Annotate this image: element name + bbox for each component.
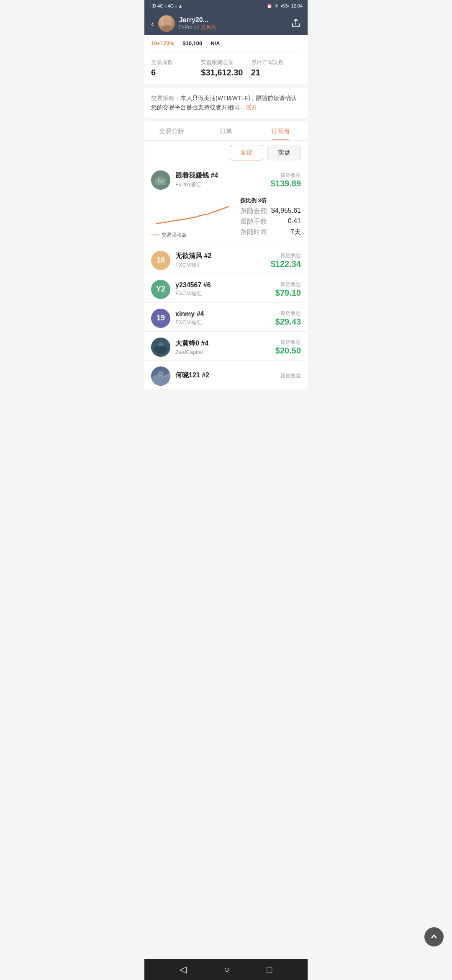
sub-avatar-5 — [151, 338, 170, 357]
chart-stats-1: 按比例 3倍 跟随金额 $4,955.61 跟随手数 0.41 跟随时间 7天 — [240, 197, 301, 238]
back-button[interactable]: ‹ — [151, 19, 154, 28]
tab-subscribers-label: 订阅者 — [271, 127, 290, 134]
list-item: 18 无欲清风 #2 FXCM福汇 跟随收益 $122.34 — [144, 245, 308, 274]
tabs-section: 交易分析 订单 订阅者 — [144, 121, 308, 141]
subscriber-header-3[interactable]: Y2 y234567 #6 FXCM福汇 跟随收益 $79.10 — [144, 274, 308, 302]
follow-hands-val: 0.41 — [288, 217, 301, 226]
filter-all-button[interactable]: 全部 — [230, 145, 263, 160]
earnings-label-3: 跟随收益 — [275, 281, 301, 288]
sub-avatar-3: Y2 — [151, 280, 170, 299]
subscriber-list: M 跟着我赚钱 #4 FxPro浦汇 跟随收益 $139.89 — [144, 165, 308, 389]
follow-hands-label: 跟随手数 — [240, 217, 267, 226]
earnings-chart — [151, 196, 234, 230]
sub-earnings-4: 跟随收益 $29.43 — [275, 310, 301, 327]
status-time: 12:04 — [291, 3, 303, 8]
subscriber-header-2[interactable]: 18 无欲清风 #2 FXCM福汇 跟随收益 $122.34 — [144, 245, 308, 273]
follow-hands-row: 跟随手数 0.41 — [240, 217, 301, 226]
sub-name-5: 大黄蜂0 #4 — [175, 339, 275, 348]
list-item: 大黄蜂0 #4 ZealCapital 跟随收益 $20.50 — [144, 332, 308, 361]
ratio-label: 按比例 3倍 — [240, 197, 301, 204]
svg-point-1 — [162, 25, 172, 32]
stats-row-main: 交易周数 6 实盘跟随总额 $31,612.30 累计订阅次数 21 — [151, 59, 301, 77]
header-username: Jerry20... — [179, 16, 216, 24]
share-button[interactable] — [291, 18, 301, 28]
subscriber-header-4[interactable]: 19 xinmy #4 FXCM福汇 跟随收益 $29.43 — [144, 303, 308, 331]
earnings-label-6: 跟随收益 — [281, 372, 301, 379]
svg-point-11 — [158, 371, 164, 377]
tab-orders[interactable]: 订单 — [199, 121, 253, 140]
sub-broker-3: FXCM福汇 — [175, 290, 275, 297]
strategy-label: 交易策略： — [151, 95, 180, 101]
sub-earnings-3: 跟随收益 $79.10 — [275, 281, 301, 298]
header: ‹ Jerry20... FxPro #3 交易员 — [144, 12, 308, 35]
subscriber-header-5[interactable]: 大黄蜂0 #4 ZealCapital 跟随收益 $20.50 — [144, 332, 308, 360]
stat-sub-count: 累计订阅次数 21 — [251, 59, 301, 77]
list-item: 何晓121 #2 跟随收益 — [144, 361, 308, 389]
earnings-label-5: 跟随收益 — [275, 339, 301, 346]
status-right: ⏰ ✳ ▪63▪ 12:04 — [267, 3, 303, 9]
stat-total-follow-label: 实盘跟随总额 — [201, 59, 251, 66]
stats-row-top: 10+170% $10,100 N/A — [151, 40, 301, 52]
sub-name-6: 何晓121 #2 — [175, 371, 281, 380]
strategy-section: 交易策略：本人只做美油(WTI&WTI.F)，跟随前烦请确认您的交易平台是否支持… — [144, 88, 308, 118]
stat-na-value: N/A — [211, 40, 220, 46]
follow-amount-val: $4,955.61 — [271, 207, 301, 216]
avatar-num-4: 19 — [157, 314, 165, 322]
sub-name-2: 无欲清风 #2 — [175, 252, 271, 260]
stat-amount-value: $10,100 — [182, 40, 202, 46]
header-role: 交易员 — [201, 24, 216, 30]
tab-subscribers[interactable]: 订阅者 — [253, 121, 308, 140]
earnings-value-1: $139.89 — [271, 179, 301, 188]
earnings-label-4: 跟随收益 — [275, 310, 301, 317]
sub-earnings-6: 跟随收益 — [281, 372, 301, 379]
avatar-image — [158, 15, 175, 32]
follow-amount-label: 跟随金额 — [240, 207, 267, 216]
stat-weeks-label: 交易周数 — [151, 59, 201, 66]
sub-avatar-4: 19 — [151, 309, 170, 328]
stat-na: N/A — [211, 40, 220, 46]
follow-amount-row: 跟随金额 $4,955.61 — [240, 207, 301, 216]
follow-days-label: 跟随时间 — [240, 228, 267, 237]
sub-broker-1: FxPro浦汇 — [175, 181, 271, 188]
list-item: Y2 y234567 #6 FXCM福汇 跟随收益 $79.10 — [144, 274, 308, 303]
earnings-value-5: $20.50 — [275, 346, 301, 356]
subscriber-header-6[interactable]: 何晓121 #2 跟随收益 — [144, 361, 308, 389]
tab-analysis-label: 交易分析 — [159, 127, 184, 134]
chart-legend-label: 交易员收益 — [162, 232, 187, 239]
list-item: M 跟着我赚钱 #4 FxPro浦汇 跟随收益 $139.89 — [144, 165, 308, 245]
sub-broker-5: ZealCapital — [175, 349, 275, 355]
header-left: ‹ Jerry20... FxPro #3 交易员 — [151, 15, 216, 32]
sub-info-6: 何晓121 #2 — [175, 371, 281, 381]
stat-weeks: 交易周数 6 — [151, 59, 201, 77]
sub-info-2: 无欲清风 #2 FXCM福汇 — [175, 252, 271, 269]
filter-section: 全部 实盘 — [144, 141, 308, 165]
header-platform: FxPro — [179, 24, 193, 30]
sub-info-5: 大黄蜂0 #4 ZealCapital — [175, 339, 275, 355]
battery-icon: ▪63▪ — [280, 3, 289, 8]
earnings-value-2: $122.34 — [271, 259, 301, 269]
sub-name-1: 跟着我赚钱 #4 — [175, 171, 271, 180]
stats-section: 10+170% $10,100 N/A 交易周数 6 实盘跟随总额 $31,61… — [144, 35, 308, 84]
avatar — [158, 15, 175, 32]
sub-info-3: y234567 #6 FXCM福汇 — [175, 281, 275, 297]
strategy-expand-button[interactable]: 展开 — [246, 104, 257, 111]
svg-rect-5 — [155, 179, 166, 185]
sub-avatar-2: 18 — [151, 251, 170, 270]
follow-days-row: 跟随时间 7天 — [240, 228, 301, 237]
earnings-value-4: $29.43 — [275, 317, 301, 327]
status-signal: 4G ᵢₗ 4G ᵢₗ — [157, 3, 177, 9]
status-wifi: ▲ — [178, 3, 182, 8]
earnings-label-1: 跟随收益 — [271, 172, 301, 179]
avatar-num-2: 18 — [157, 256, 165, 265]
tab-analysis[interactable]: 交易分析 — [144, 121, 199, 140]
stat-amount: $10,100 — [182, 40, 202, 46]
stat-weeks-value: 6 — [151, 68, 201, 77]
chart-container-1 — [151, 196, 234, 230]
sub-info-1: 跟着我赚钱 #4 FxPro浦汇 — [175, 171, 271, 188]
filter-live-button[interactable]: 实盘 — [267, 145, 301, 160]
list-item: 19 xinmy #4 FXCM福汇 跟随收益 $29.43 — [144, 303, 308, 332]
subscriber-header-1[interactable]: M 跟着我赚钱 #4 FxPro浦汇 跟随收益 $139.89 — [144, 165, 308, 193]
sub-name-4: xinmy #4 — [175, 310, 275, 318]
svg-point-0 — [163, 18, 170, 25]
stat-sub-count-label: 累计订阅次数 — [251, 59, 301, 66]
